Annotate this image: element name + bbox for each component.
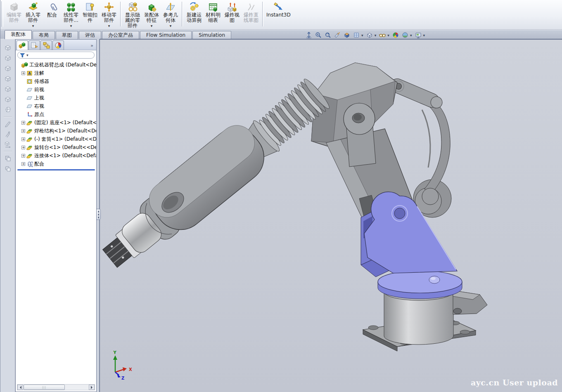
side-bracket[interactable] (453, 290, 487, 314)
display-style-dropdown[interactable]: ▼ (375, 34, 377, 37)
hide-show-items-icon[interactable] (379, 31, 386, 39)
tab-configuration-manager[interactable] (40, 40, 52, 50)
expand-toggle[interactable]: + (21, 154, 25, 158)
toolbar-grip[interactable] (1, 1, 3, 27)
panel-collapse-handle[interactable] (97, 209, 101, 220)
exploded-view-button[interactable]: 爆炸视 图 (223, 1, 242, 28)
hide-show-items-dropdown[interactable]: ▼ (387, 34, 389, 37)
flange-dome-bolt[interactable] (429, 276, 440, 283)
tree-item-origin[interactable]: 原点 (17, 110, 96, 118)
tab-evaluate[interactable]: 评估 (79, 31, 101, 39)
rail-cube-icon-4 (4, 75, 12, 83)
panel-tab-bar: » (16, 40, 96, 50)
exploded-view-icon (227, 2, 237, 12)
reference-geometry-button[interactable]: 参考几 何体 ▼ (161, 1, 180, 28)
tree-item-annotations[interactable]: + A 注解 (17, 69, 96, 77)
section-view-icon[interactable] (334, 31, 341, 39)
zoom-to-fit-icon[interactable] (305, 31, 313, 39)
zoom-to-area-icon[interactable] (315, 31, 322, 39)
tab-simulation[interactable]: Simulation (192, 31, 231, 39)
standard-views-icon[interactable] (353, 31, 360, 39)
explode-line-sketch-button: 爆炸直 线草图 (242, 1, 261, 28)
panel-splitter[interactable] (97, 39, 100, 392)
scroll-right-button[interactable] (89, 385, 95, 390)
new-motion-study-button[interactable]: 新建运 动算例 (185, 1, 204, 28)
tree-item-top-plane[interactable]: 上视 (17, 94, 96, 102)
tree-item-mates[interactable]: + 配合 (17, 160, 96, 168)
rail-cube-icon-5 (4, 85, 12, 93)
forearm-welding-gun[interactable] (100, 118, 274, 280)
rail-iso-icon (4, 106, 12, 113)
scrollbar-track[interactable]: ||| (23, 385, 89, 390)
view-settings-icon[interactable] (415, 31, 422, 39)
assembly-features-dropdown[interactable]: ▼ (151, 25, 153, 27)
tab-display-manager[interactable] (52, 40, 64, 50)
tree-item-base-part[interactable]: + (固定) 底座<1> (Default<<D (17, 118, 96, 127)
panel-horizontal-scrollbar[interactable]: ||| (17, 384, 95, 390)
instant3d-icon (273, 2, 284, 12)
triad-x-label: X (129, 367, 132, 372)
tree-item-sensors[interactable]: 传感器 (17, 77, 96, 85)
view-orientation-icon[interactable] (343, 31, 351, 39)
tree-item-turntable-part[interactable]: + 旋转台<1> (Default<<Defa (17, 143, 96, 151)
linear-pattern-dropdown[interactable]: ▼ (70, 25, 72, 27)
display-style-icon[interactable] (366, 31, 373, 39)
tree-item-sleeve-part[interactable]: + (-) 套筒<1> (Default<<Defa (17, 135, 96, 143)
edit-appearance-icon[interactable] (392, 31, 399, 39)
tab-sketch[interactable]: 草图 (56, 31, 78, 39)
filter-dropdown[interactable]: ▼ (26, 54, 28, 57)
insert-component-button[interactable]: 插入零 部件 ▼ (24, 1, 43, 28)
expand-toggle[interactable]: + (21, 129, 25, 133)
rail-copy-icon-1 (4, 155, 12, 162)
scroll-left-button[interactable] (17, 385, 23, 390)
tab-assembly[interactable]: 装配体 (5, 30, 32, 39)
reference-geometry-dropdown[interactable]: ▼ (170, 25, 172, 27)
expand-toggle[interactable]: + (21, 137, 25, 141)
solidworks-window: 编辑零 部件 插入零 部件 ▼ 配合 线性零 部件... (0, 0, 562, 392)
show-hidden-icon (127, 2, 138, 12)
scrollbar-thumb[interactable]: ||| (24, 385, 65, 390)
rollback-bar[interactable] (17, 169, 95, 170)
move-component-dropdown[interactable]: ▼ (108, 25, 110, 27)
plane-icon (26, 103, 33, 109)
expand-toggle[interactable]: + (21, 146, 25, 149)
expand-toggle[interactable]: + (21, 121, 25, 125)
triad-y-label: Y (113, 350, 116, 355)
show-hidden-components-button[interactable]: 显示隐 藏的零 部件 (123, 1, 142, 28)
part-icon (26, 136, 33, 142)
assembly-features-button[interactable]: 装配体 特征 ▼ (142, 1, 161, 28)
graphics-viewport[interactable]: Y X Z ayc.cn User upload (100, 39, 562, 392)
apply-scene-dropdown[interactable]: ▼ (410, 34, 412, 37)
insert-component-dropdown[interactable]: ▼ (32, 25, 34, 27)
bill-of-materials-button[interactable]: 材料明 细表 (204, 1, 223, 28)
robot-arm-model: Y X Z (100, 40, 562, 392)
expand-toggle[interactable]: + (21, 71, 25, 75)
tab-feature-manager[interactable] (17, 40, 28, 50)
tree-item-right-plane[interactable]: 右视 (17, 102, 96, 110)
expand-toggle[interactable]: + (21, 162, 25, 166)
tab-office-products[interactable]: 办公室产品 (102, 31, 139, 39)
rotary-flange-disc[interactable] (378, 271, 462, 299)
tab-layout[interactable]: 布局 (33, 31, 55, 39)
tab-property-manager[interactable] (28, 40, 40, 50)
view-settings-dropdown[interactable]: ▼ (423, 34, 425, 37)
panel-tab-overflow[interactable]: » (90, 43, 95, 50)
configuration-manager-icon (42, 42, 50, 49)
linear-component-pattern-button[interactable]: 线性零 部件... ▼ (62, 1, 81, 28)
tree-item-assembly-root[interactable]: 工业机器臂总成 (Default<Defa (17, 61, 96, 69)
apply-scene-icon[interactable] (401, 31, 409, 39)
tab-flow-simulation[interactable]: Flow Simulation (140, 31, 192, 39)
origin-icon (26, 111, 33, 118)
move-component-button[interactable]: 移动零 部件 ▼ (100, 1, 119, 28)
previous-view-icon[interactable] (324, 31, 332, 39)
smart-fasteners-button[interactable]: 智能扣 件 (81, 1, 100, 28)
tree-item-welding-gun-part[interactable]: + 焊枪结构<1> (Default<Defa (17, 127, 96, 135)
tree-filter-input[interactable]: ▼ (17, 52, 95, 59)
instant3d-button[interactable]: Instant3D (265, 1, 292, 28)
mate-button[interactable]: 配合 (43, 1, 62, 28)
tree-item-connector-part[interactable]: + 连接体<1> (Default<Defaul (17, 151, 96, 160)
edit-component-icon (9, 2, 19, 12)
rail-cube-icon-2 (4, 54, 12, 62)
standard-views-dropdown[interactable]: ▼ (361, 34, 363, 37)
tree-item-front-plane[interactable]: 前视 (17, 85, 96, 94)
